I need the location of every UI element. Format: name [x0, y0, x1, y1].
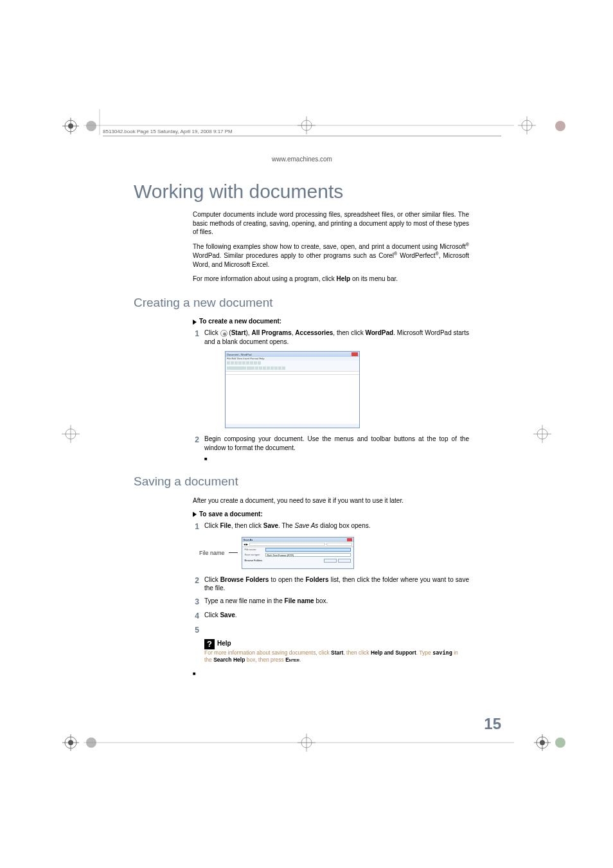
intro-p1: Computer documents include word processi… — [193, 210, 469, 237]
creating-step-2: 2 Begin composing your document. Use the… — [193, 435, 469, 452]
step-number: 5 — [193, 625, 204, 635]
saving-step-2: 2 Click Browse Folders to open the Folde… — [193, 575, 469, 593]
help-box: ?Help For more information about saving … — [204, 639, 461, 664]
saving-step-3: 3 Type a new file name in the File name … — [193, 597, 469, 607]
step-number: 3 — [193, 597, 204, 607]
saveas-screenshot: Save As ◀ ▶ File name: Save as type:Rich… — [242, 537, 354, 569]
page-title: Working with documents — [134, 181, 501, 203]
saving-intro: After you create a document, you need to… — [193, 496, 469, 505]
creating-step-1: 1 Click (Start), All Programs, Accessori… — [193, 329, 469, 346]
creating-subhead: To create a new document: — [193, 318, 469, 325]
step-number: 1 — [193, 329, 204, 346]
save-button — [324, 559, 337, 563]
svg-point-5 — [522, 120, 532, 131]
help-icon: ? — [204, 639, 215, 649]
page-number: 15 — [484, 715, 501, 733]
svg-point-26 — [86, 121, 96, 131]
intro-p3: For more information about using a progr… — [193, 275, 469, 284]
step-number: 2 — [193, 575, 204, 593]
triangle-icon — [193, 512, 197, 517]
step-number: 4 — [193, 611, 204, 621]
page-content: 8513042.book Page 15 Saturday, April 19,… — [103, 116, 501, 733]
triangle-icon — [193, 320, 197, 325]
svg-point-15 — [65, 737, 76, 748]
section-end-marker: ■ — [204, 456, 469, 462]
svg-point-27 — [86, 737, 96, 748]
filename-callout: File name — [199, 550, 225, 556]
svg-point-30 — [301, 737, 312, 748]
book-header: 8513042.book Page 15 Saturday, April 19,… — [103, 129, 501, 136]
svg-point-28 — [555, 121, 565, 131]
saving-step-4: 4 Click Save. — [193, 611, 469, 621]
svg-point-9 — [68, 123, 73, 129]
svg-point-22 — [537, 737, 548, 748]
svg-point-12 — [66, 429, 76, 439]
start-icon — [220, 330, 227, 337]
step-number: 2 — [193, 435, 204, 452]
saving-subhead: To save a document: — [193, 511, 469, 518]
svg-point-8 — [65, 120, 76, 132]
svg-point-29 — [555, 737, 565, 748]
intro-p2: The following examples show how to creat… — [193, 242, 469, 269]
section-creating-title: Creating a new document — [134, 296, 501, 310]
step-number: 1 — [193, 521, 204, 532]
cancel-button — [338, 559, 351, 563]
wordpad-screenshot: Document - WordPad File Edit View Insert… — [225, 351, 360, 428]
page-url: www.emachines.com — [103, 156, 501, 163]
close-icon — [347, 538, 352, 541]
svg-point-16 — [68, 740, 73, 745]
saving-step-1: 1 Click File, then click Save. The Save … — [193, 521, 469, 532]
close-icon — [351, 352, 358, 356]
saveas-screenshot-wrap: File name Save As ◀ ▶ File name: Save as… — [199, 537, 469, 569]
section-saving-title: Saving a document — [134, 475, 501, 489]
section-end-marker: ■ — [193, 671, 469, 676]
svg-point-23 — [540, 740, 545, 745]
saving-step-5: 5 — [193, 625, 469, 635]
svg-point-19 — [537, 429, 547, 439]
